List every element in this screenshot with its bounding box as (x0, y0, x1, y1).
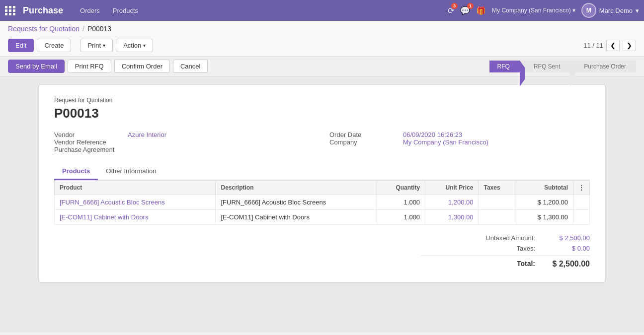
col-taxes: Taxes (479, 181, 516, 195)
field-vendor-ref: Vendor Reference (54, 138, 315, 146)
user-name: Marc Demo (599, 7, 633, 14)
col-quantity: Quantity (377, 181, 425, 195)
edit-button[interactable]: Edit (8, 39, 34, 52)
confirm-order-button[interactable]: Confirm Order (114, 60, 170, 73)
action-bar: Send by Email Print RFQ Confirm Order Ca… (0, 57, 644, 76)
main-content: Request for Quotation P00013 Vendor Azur… (0, 76, 644, 332)
activity-icon[interactable]: ⟳ 3 (448, 6, 454, 15)
grid-menu-icon[interactable] (5, 6, 16, 15)
purchase-agreement-label: Purchase Agreement (54, 146, 124, 153)
navbar-right: ⟳ 3 💬 1 🎁 My Company (San Francisco) ▾ M… (448, 3, 639, 18)
grand-total-row: Total: $ 2,500.00 (421, 258, 590, 270)
toolbar: Edit Create Print ▾ Action ▾ 11 / 11 ❮ ❯ (8, 37, 636, 56)
doc-number: P00013 (54, 106, 590, 121)
product-table: Product Description Quantity Unit Price … (54, 180, 590, 225)
product-1-price[interactable]: 1,200.00 (425, 195, 479, 210)
product-1-subtotal: $ 1,200.00 (516, 195, 573, 210)
product-1-menu (573, 195, 590, 210)
untaxed-label: Untaxed Amount: (421, 234, 535, 242)
col-product: Product (55, 181, 216, 195)
total-divider (421, 256, 590, 256)
breadcrumb-current: P00013 (87, 25, 111, 33)
col-subtotal: Subtotal (516, 181, 573, 195)
status-purchase-order[interactable]: Purchase Order (570, 61, 636, 72)
order-date-label: Order Date (329, 131, 399, 138)
taxes-row: Taxes: $ 0.00 (421, 243, 590, 254)
navbar: Purchase Orders Products ⟳ 3 💬 1 🎁 My Co… (0, 0, 644, 21)
print-button[interactable]: Print ▾ (80, 39, 113, 52)
vendor-label: Vendor (54, 131, 124, 138)
table-row: [FURN_6666] Acoustic Bloc Screens [FURN_… (55, 195, 590, 210)
tab-other-information[interactable]: Other Information (98, 163, 164, 180)
taxes-label: Taxes: (421, 245, 535, 252)
tabs-row: Products Other Information (54, 163, 590, 180)
status-rfq[interactable]: RFQ (489, 61, 520, 72)
status-pipeline: RFQ RFQ Sent Purchase Order (489, 61, 636, 72)
breadcrumb: Requests for Quotation / P00013 (8, 25, 636, 33)
next-record-button[interactable]: ❯ (623, 40, 636, 51)
navbar-orders-link[interactable]: Orders (76, 5, 104, 16)
field-company: Company My Company (San Francisco) (329, 138, 590, 146)
table-header: Product Description Quantity Unit Price … (55, 181, 590, 195)
page-header: Requests for Quotation / P00013 Edit Cre… (0, 21, 644, 57)
product-2-subtotal: $ 1,300.00 (516, 210, 573, 225)
action-dropdown-arrow: ▾ (143, 43, 146, 48)
company-label: Company (329, 138, 399, 146)
action-button[interactable]: Action ▾ (116, 39, 153, 52)
company-selector[interactable]: My Company (San Francisco) ▾ (492, 7, 575, 14)
fields-left: Vendor Azure Interior Vendor Reference P… (54, 131, 315, 153)
product-1-taxes (479, 195, 516, 210)
product-2-menu (573, 210, 590, 225)
table-body: [FURN_6666] Acoustic Bloc Screens [FURN_… (55, 195, 590, 225)
vendor-ref-label: Vendor Reference (54, 138, 124, 146)
col-description: Description (216, 181, 377, 195)
table-row: [E-COM11] Cabinet with Doors [E-COM11] C… (55, 210, 590, 225)
user-avatar: M (581, 3, 596, 18)
page-bottom (0, 332, 644, 335)
col-menu-icon[interactable]: ⋮ (573, 181, 590, 195)
prev-record-button[interactable]: ❮ (606, 40, 620, 51)
fields-right: Order Date 06/09/2020 16:26:23 Company M… (329, 131, 590, 153)
vendor-value[interactable]: Azure Interior (128, 131, 166, 138)
fields-grid: Vendor Azure Interior Vendor Reference P… (54, 131, 590, 153)
doc-type-label: Request for Quotation (54, 97, 590, 104)
product-2-name[interactable]: [E-COM11] Cabinet with Doors (55, 210, 216, 225)
send-email-button[interactable]: Send by Email (8, 60, 65, 73)
document-card: Request for Quotation P00013 Vendor Azur… (39, 84, 605, 282)
totals-section: Untaxed Amount: $ 2,500.00 Taxes: $ 0.00… (54, 233, 590, 270)
col-unit-price: Unit Price (425, 181, 479, 195)
pagination-text: 11 / 11 (583, 42, 603, 49)
breadcrumb-parent[interactable]: Requests for Quotation (8, 25, 80, 33)
gift-icon[interactable]: 🎁 (476, 6, 486, 15)
company-value[interactable]: My Company (San Francisco) (403, 138, 488, 146)
product-1-desc: [FURN_6666] Acoustic Bloc Screens (216, 195, 377, 210)
untaxed-value: $ 2,500.00 (545, 234, 590, 242)
product-2-qty: 1.000 (377, 210, 425, 225)
chat-badge: 1 (467, 3, 474, 9)
status-rfq-sent[interactable]: RFQ Sent (520, 61, 570, 72)
chat-icon[interactable]: 💬 1 (460, 6, 470, 15)
breadcrumb-separator: / (82, 25, 84, 33)
field-vendor: Vendor Azure Interior (54, 131, 315, 138)
print-rfq-button[interactable]: Print RFQ (68, 60, 111, 73)
cancel-button[interactable]: Cancel (173, 60, 208, 73)
taxes-value: $ 0.00 (545, 245, 590, 252)
product-1-name[interactable]: [FURN_6666] Acoustic Bloc Screens (55, 195, 216, 210)
total-value: $ 2,500.00 (545, 260, 590, 268)
print-dropdown-arrow: ▾ (103, 43, 105, 48)
navbar-products-link[interactable]: Products (109, 5, 142, 16)
app-brand[interactable]: Purchase (23, 5, 63, 16)
total-label: Total: (421, 260, 535, 268)
product-2-price[interactable]: 1,300.00 (425, 210, 479, 225)
order-date-value[interactable]: 06/09/2020 16:26:23 (403, 131, 462, 138)
user-menu[interactable]: M Marc Demo ▾ (581, 3, 639, 18)
pagination-area: 11 / 11 ❮ ❯ (583, 40, 636, 51)
untaxed-amount-row: Untaxed Amount: $ 2,500.00 (421, 233, 590, 243)
product-2-desc: [E-COM11] Cabinet with Doors (216, 210, 377, 225)
product-1-qty: 1.000 (377, 195, 425, 210)
create-button[interactable]: Create (37, 39, 71, 52)
activity-badge: 3 (451, 3, 458, 9)
tab-products[interactable]: Products (54, 163, 98, 180)
field-purchase-agreement: Purchase Agreement (54, 146, 315, 153)
field-order-date: Order Date 06/09/2020 16:26:23 (329, 131, 590, 138)
